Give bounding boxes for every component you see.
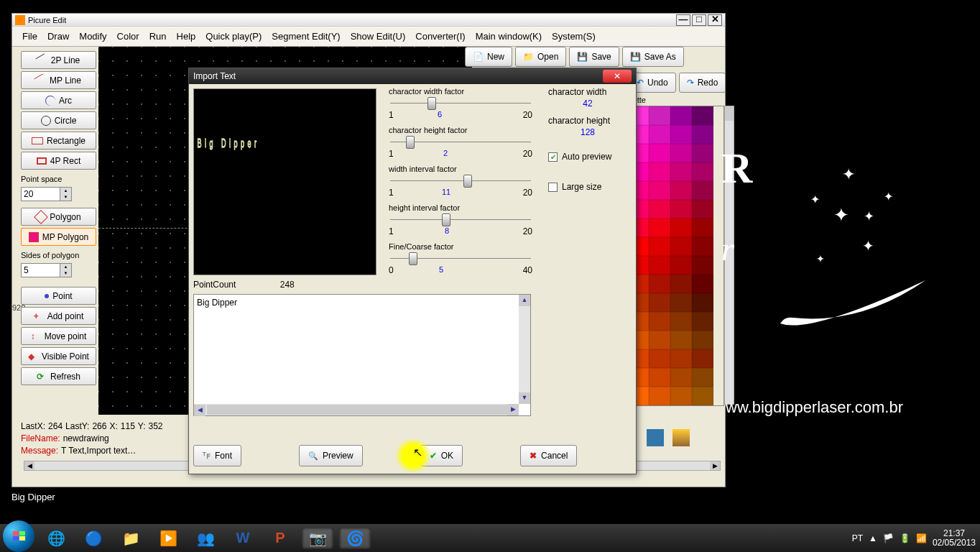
color-swatch[interactable] <box>692 256 713 275</box>
redo-button[interactable]: Redo <box>679 73 726 93</box>
tool-gear-icon[interactable] <box>672 429 690 446</box>
color-swatch[interactable] <box>649 312 670 331</box>
menu-file[interactable]: File <box>18 29 42 44</box>
taskbar-word[interactable]: W <box>227 528 259 549</box>
tool-polygon[interactable]: Polygon <box>21 208 96 226</box>
spin-up[interactable]: ▲ <box>60 264 71 270</box>
textarea-v-scroll[interactable]: ▲▼ <box>519 295 530 404</box>
color-swatch[interactable] <box>649 162 670 181</box>
point-space-input[interactable]: ▲▼ <box>21 187 96 201</box>
tool-arc[interactable]: Arc <box>21 91 96 109</box>
dialog-close-button[interactable]: ✕ <box>603 70 632 83</box>
spin-down[interactable]: ▼ <box>60 270 71 277</box>
open-button[interactable]: Open <box>515 47 566 67</box>
h-thumb[interactable] <box>207 405 509 415</box>
color-swatch[interactable] <box>670 256 692 275</box>
color-swatch[interactable] <box>670 312 692 331</box>
tool-move-point[interactable]: Move point <box>21 327 96 345</box>
taskbar-powerpoint[interactable]: P <box>264 528 296 549</box>
menu-quickplay[interactable]: Quick play(P) <box>201 29 266 44</box>
scroll-right[interactable]: ▶ <box>507 404 519 415</box>
color-swatch[interactable] <box>692 181 713 200</box>
clock[interactable]: 21:37 02/05/2013 <box>933 529 976 548</box>
title-bar[interactable]: Picure Edit ― □ ✕ <box>12 14 725 27</box>
taskbar-media[interactable]: ▶️ <box>152 528 184 549</box>
color-palette[interactable] <box>627 106 724 406</box>
color-swatch[interactable] <box>649 368 670 387</box>
scrollbar-thumb[interactable] <box>725 106 734 121</box>
menu-show[interactable]: Show Edit(U) <box>346 29 410 44</box>
color-swatch[interactable] <box>670 125 692 144</box>
color-swatch[interactable] <box>670 331 692 349</box>
color-swatch[interactable] <box>692 106 713 125</box>
hif-thumb[interactable] <box>442 213 450 226</box>
sides-field[interactable] <box>21 263 60 277</box>
scroll-up[interactable]: ▲ <box>519 295 530 306</box>
spin-up[interactable]: ▲ <box>60 188 71 194</box>
color-swatch[interactable] <box>649 200 670 218</box>
color-swatch[interactable] <box>692 331 713 349</box>
fcf-thumb[interactable] <box>409 252 417 265</box>
tool-circle[interactable]: Circle <box>21 111 96 129</box>
color-swatch[interactable] <box>692 293 713 312</box>
tool-add-point[interactable]: Add point <box>21 307 96 325</box>
color-swatch[interactable] <box>692 349 713 368</box>
menu-segment[interactable]: Segment Edit(Y) <box>267 29 344 44</box>
new-button[interactable]: New <box>465 47 512 67</box>
color-swatch[interactable] <box>649 237 670 256</box>
color-swatch[interactable] <box>649 293 670 312</box>
color-swatch[interactable] <box>692 125 713 144</box>
auto-preview-checkbox[interactable] <box>548 152 558 162</box>
close-button[interactable]: ✕ <box>708 14 722 26</box>
color-swatch[interactable] <box>649 331 670 349</box>
color-swatch[interactable] <box>670 349 692 368</box>
font-button[interactable]: Font <box>193 445 241 466</box>
color-swatch[interactable] <box>692 275 713 293</box>
taskbar-explorer[interactable]: 📁 <box>115 528 147 549</box>
scroll-left[interactable]: ◀ <box>24 461 34 470</box>
taskbar-messenger[interactable]: 👥 <box>190 528 221 549</box>
color-swatch[interactable] <box>649 387 670 405</box>
tool-mp-line[interactable]: MP Line <box>21 71 96 89</box>
menu-help[interactable]: Help <box>172 29 200 44</box>
color-swatch[interactable] <box>692 144 713 162</box>
menu-system[interactable]: System(S) <box>547 29 600 44</box>
color-swatch[interactable] <box>692 162 713 181</box>
preview-button[interactable]: Preview <box>299 445 363 466</box>
color-swatch[interactable] <box>692 368 713 387</box>
color-swatch[interactable] <box>692 218 713 237</box>
tool-2p-line[interactable]: 2P Line <box>21 51 96 69</box>
menu-converter[interactable]: Converter(I) <box>411 29 469 44</box>
large-size-checkbox[interactable] <box>548 183 558 192</box>
chf-thumb[interactable] <box>406 136 415 149</box>
tray-network-icon[interactable]: 📶 <box>916 533 927 543</box>
color-swatch[interactable] <box>670 106 692 125</box>
color-swatch[interactable] <box>670 162 692 181</box>
menu-modify[interactable]: Modify <box>75 29 111 44</box>
start-button[interactable] <box>3 520 34 552</box>
color-swatch[interactable] <box>670 144 692 162</box>
cwf-thumb[interactable] <box>427 97 436 110</box>
taskbar-ie[interactable]: 🌐 <box>40 528 72 549</box>
language-indicator[interactable]: PT <box>852 533 863 543</box>
point-space-field[interactable] <box>21 187 60 201</box>
color-swatch[interactable] <box>670 237 692 256</box>
color-swatch[interactable] <box>692 237 713 256</box>
scroll-right[interactable]: ▶ <box>710 461 720 470</box>
sides-input[interactable]: ▲▼ <box>21 263 96 277</box>
cwf-track[interactable] <box>389 97 532 110</box>
tray-flag-icon[interactable]: 🏳️ <box>883 533 894 543</box>
tool-point[interactable]: Point <box>21 287 96 305</box>
dialog-title-bar[interactable]: Import Text ✕ <box>189 68 636 84</box>
taskbar-app[interactable]: 🌀 <box>339 528 371 549</box>
cancel-button[interactable]: Cancel <box>520 445 577 466</box>
scroll-left[interactable]: ◀ <box>194 405 205 416</box>
color-swatch[interactable] <box>649 218 670 237</box>
wif-thumb[interactable] <box>463 175 472 188</box>
tool-4p-rect[interactable]: 4P Rect <box>21 152 96 170</box>
hif-track[interactable] <box>389 213 532 226</box>
color-swatch[interactable] <box>649 256 670 275</box>
color-swatch[interactable] <box>670 218 692 237</box>
color-swatch[interactable] <box>670 200 692 218</box>
fcf-track[interactable] <box>389 252 532 265</box>
